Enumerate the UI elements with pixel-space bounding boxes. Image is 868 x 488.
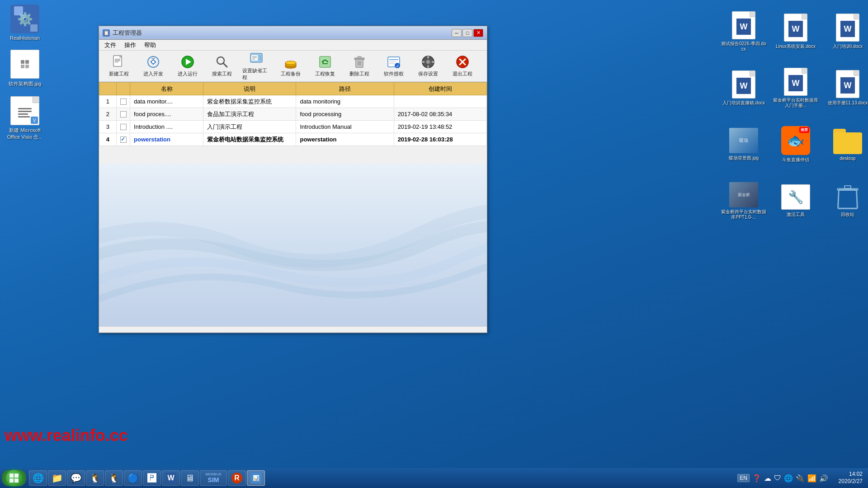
desktop-icon-activation[interactable]: 🔧 激活工具 xyxy=(771,174,821,228)
toolbar-exit-label: 退出工程 xyxy=(453,70,472,77)
desktop-icon-background-img[interactable]: 暖场 暖场背景图.jpg xyxy=(719,117,769,172)
start-button[interactable] xyxy=(2,470,26,486)
toolbar-enter-dev[interactable]: 进入开发 xyxy=(137,52,170,80)
menu-help[interactable]: 帮助 xyxy=(141,40,160,50)
delete-project-icon xyxy=(352,55,367,69)
svg-line-10 xyxy=(223,63,227,67)
tray-usb-icon[interactable]: 🔌 xyxy=(796,474,805,483)
taskbar-word[interactable]: W xyxy=(162,470,180,486)
row2-num: 2 xyxy=(99,108,117,121)
title-bar: 📋 工程管理器 ─ □ ✕ xyxy=(99,26,487,40)
close-button[interactable]: ✕ xyxy=(473,29,483,37)
row2-check[interactable] xyxy=(116,108,130,121)
toolbar-search-project-label: 搜索工程 xyxy=(212,70,232,77)
row3-desc: 入门演示工程 xyxy=(203,121,296,133)
taskbar: 🌐 📁 💬 🐧 🐧 🔵 🅿 W 🖥 MODBUS SIM R xyxy=(0,468,868,488)
desktop-icon-realhistorian[interactable]: ⚙️ RealHistorian xyxy=(5,5,45,41)
toolbar-save-settings[interactable]: 保存设置 xyxy=(412,52,444,80)
system-clock[interactable]: 14:02 2020/2/27 xyxy=(831,471,863,485)
row4-check[interactable] xyxy=(116,133,130,146)
taskbar-penguin2[interactable]: 🐧 xyxy=(105,470,123,486)
row4-path: powerstation xyxy=(296,133,394,146)
desktop-icon-linux-install[interactable]: W Linux系统安装.docx xyxy=(771,5,821,59)
toolbar-enter-run[interactable]: 进入运行 xyxy=(171,52,204,80)
backup-icon xyxy=(283,55,298,69)
toolbar-search-project[interactable]: 搜索工程 xyxy=(206,52,238,80)
row3-check[interactable] xyxy=(116,121,130,133)
horizontal-scrollbar[interactable] xyxy=(99,326,487,333)
toolbar-backup[interactable]: 工程备份 xyxy=(274,52,307,80)
row3-checkbox[interactable] xyxy=(120,124,127,130)
taskbar-qq[interactable]: 🐧 xyxy=(86,470,104,486)
realinfo-icon: R xyxy=(231,473,242,483)
taskbar-app1[interactable]: 🅿 xyxy=(143,470,161,486)
enter-dev-icon xyxy=(146,55,160,69)
row1-time xyxy=(394,95,486,108)
desktop-icon-zijinqiao-db[interactable]: W 紫金桥平台实时数据库入门手册... xyxy=(771,61,821,115)
desktop-icon-desktop-folder[interactable]: desktop xyxy=(823,117,868,172)
toolbar-settings-default[interactable]: 设置缺省工程 xyxy=(240,52,273,80)
table-row[interactable]: 1 data monitor.... 紫金桥数据采集监控系统 data moni… xyxy=(99,95,487,108)
penguin2-icon: 🐧 xyxy=(108,473,120,483)
taskbar-ie[interactable]: 🌐 xyxy=(29,470,47,486)
taskbar-360[interactable]: 🔵 xyxy=(124,470,142,486)
tray-question-icon[interactable]: ❓ xyxy=(752,474,761,483)
svg-point-37 xyxy=(427,61,429,63)
row4-name: powerstation xyxy=(130,133,203,146)
table-row[interactable]: 3 Introduction .... 入门演示工程 Introduction … xyxy=(99,121,487,133)
ie-icon: 🌐 xyxy=(33,473,44,483)
row2-path: food processing xyxy=(296,108,394,121)
svg-rect-48 xyxy=(14,479,19,483)
toolbar-settings-default-label: 设置缺省工程 xyxy=(242,67,270,81)
desktop-icon-douyu[interactable]: 推荐 🐟 斗鱼直播伴侣 xyxy=(771,117,821,172)
col-header-desc: 说明 xyxy=(203,83,296,95)
title-bar-left: 📋 工程管理器 xyxy=(103,29,142,37)
minimize-button[interactable]: ─ xyxy=(452,29,462,37)
svg-rect-45 xyxy=(9,474,14,478)
search-project-icon xyxy=(215,55,229,69)
lang-button[interactable]: EN xyxy=(737,474,750,482)
row4-checkbox[interactable] xyxy=(120,136,127,143)
table-row-selected[interactable]: 4 powerstation 紫金桥电站数据采集监控系统 powerstatio… xyxy=(99,133,487,146)
svg-rect-20 xyxy=(320,56,330,67)
taskbar-realinfo[interactable]: R xyxy=(228,470,246,486)
taskbar-wechat[interactable]: 💬 xyxy=(67,470,85,486)
toolbar-license[interactable]: ✓ 软件授权 xyxy=(377,52,410,80)
desktop-icon-new-visio[interactable]: V 新建 MicrosoftOffice Visio 念... xyxy=(5,96,45,141)
svg-rect-13 xyxy=(259,55,261,61)
tray-network-icon[interactable]: 🌐 xyxy=(784,474,793,483)
desktop-icon-zijinqiao-ppt[interactable]: 紫金桥 紫金桥跨平台实时数据库PPT1.0-... xyxy=(719,174,769,228)
maximize-button[interactable]: □ xyxy=(462,29,472,37)
table-row[interactable]: 2 food proces.... 食品加工演示工程 food processi… xyxy=(99,108,487,121)
toolbar-exit-project[interactable]: 退出工程 xyxy=(446,52,479,80)
taskbar-explorer[interactable]: 📁 xyxy=(48,470,66,486)
settings-default-icon xyxy=(249,52,264,66)
wave-decoration xyxy=(99,164,487,326)
taskbar-modbus[interactable]: MODBUS SIM xyxy=(200,470,227,486)
desktop-icon-software-arch[interactable]: 软件架构图.jpg xyxy=(5,50,45,87)
menu-file[interactable]: 文件 xyxy=(101,40,120,50)
taskbar-coding[interactable]: 🖥 xyxy=(181,470,199,486)
desktop-icon-test-report[interactable]: W 测试报告0226-季四.docx xyxy=(719,5,769,59)
desktop-icon-intro-training[interactable]: W 入门培训l.docx xyxy=(823,5,868,59)
desktop-icon-training-live[interactable]: W 入门培训直播稿.docx xyxy=(719,61,769,115)
toolbar-save-settings-label: 保存设置 xyxy=(418,70,438,77)
row1-check[interactable] xyxy=(116,95,130,108)
tray-volume-icon[interactable]: 🔊 xyxy=(819,474,828,483)
project-table-area: 名称 说明 路径 创建时间 1 data monitor.... 紫金桥数据采集… xyxy=(99,82,487,164)
toolbar-new-project[interactable]: 新建工程 xyxy=(103,52,135,80)
row1-checkbox[interactable] xyxy=(120,99,127,105)
row2-checkbox[interactable] xyxy=(120,111,127,117)
tray-security-icon[interactable]: 🛡 xyxy=(774,474,781,482)
col-header-path: 路径 xyxy=(296,83,394,95)
row3-path: Introduction Manual xyxy=(296,121,394,133)
tray-cloud-icon[interactable]: ☁ xyxy=(764,474,771,483)
project-table: 名称 说明 路径 创建时间 1 data monitor.... 紫金桥数据采集… xyxy=(99,82,487,146)
menu-operation[interactable]: 操作 xyxy=(121,40,140,50)
desktop-icon-user-manual[interactable]: W 使用手册11.13.docx xyxy=(823,61,868,115)
toolbar-restore[interactable]: 工程恢复 xyxy=(309,52,341,80)
toolbar-delete-project[interactable]: 删除工程 xyxy=(343,52,376,80)
desktop-icon-recycle[interactable]: 回收站 xyxy=(823,174,868,228)
taskbar-project-manager[interactable]: 📊 xyxy=(247,470,265,486)
row2-time: 2017-08-02 08:35:34 xyxy=(394,108,486,121)
